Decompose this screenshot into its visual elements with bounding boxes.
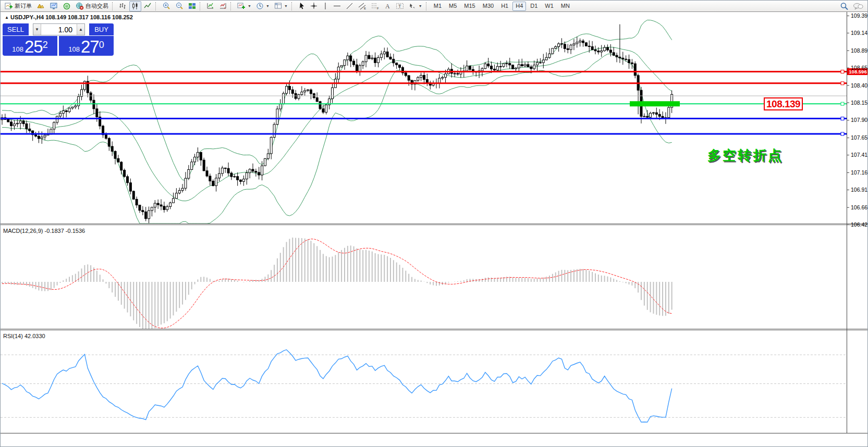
timeframe-button-H4[interactable]: H4 [512, 2, 526, 11]
svg-text:108.596: 108.596 [849, 69, 866, 74]
new-order-button[interactable]: 新订单 [3, 1, 34, 11]
cursor-tool-button[interactable] [296, 1, 308, 11]
volume-decrease-button[interactable]: ▼ [33, 24, 41, 35]
periods-button[interactable]: ▼ [254, 1, 272, 11]
hline-handle[interactable] [841, 102, 844, 105]
dropdown-caret: ▼ [248, 4, 251, 8]
price-tick-label: 106.915 [851, 187, 868, 193]
bollinger-lower [2, 54, 672, 223]
timeframe-button-M1[interactable]: M1 [431, 2, 445, 11]
price-tick-label: 108.155 [851, 100, 868, 106]
fibonacci-tool-button[interactable]: F [369, 1, 382, 11]
dropdown-caret: ▼ [266, 4, 270, 8]
line-chart-icon [144, 2, 152, 10]
buy-price[interactable]: 108270 [59, 36, 114, 56]
auto-trading-icon [76, 2, 84, 10]
crosshair-tool-button[interactable] [308, 1, 320, 11]
toolbar-separator [112, 2, 115, 10]
symbol-ohlc-text: USDJPY-,H4 108.149 108.317 108.116 108.2… [10, 14, 133, 20]
toolbar-separator [230, 2, 234, 10]
timeframe-group: M1M5M15M30H1H4D1W1MN [431, 2, 573, 11]
equidistant-channel-icon: E [358, 2, 366, 10]
auto-scroll-button[interactable] [217, 1, 229, 11]
buy-button[interactable]: BUY [89, 23, 114, 35]
buy-price-big: 27 [81, 39, 99, 55]
hline-handle[interactable] [841, 82, 844, 85]
market-watch-button[interactable] [47, 1, 60, 11]
text-label-icon: T [396, 2, 404, 10]
price-tick-label: 107.905 [851, 117, 868, 123]
macd-signal-line [2, 239, 672, 328]
candlestick-chart-button[interactable] [129, 1, 141, 11]
profiles-button[interactable] [34, 1, 47, 11]
volume-input[interactable]: 1.00 [41, 24, 77, 35]
toolbar-separator [155, 2, 158, 10]
timeframe-button-M15[interactable]: M15 [461, 2, 478, 11]
price-tick-label: 109.145 [851, 30, 868, 36]
hline-handle[interactable] [841, 70, 844, 73]
arrows-tool-button[interactable]: ▼ [407, 1, 424, 11]
bar-chart-button[interactable] [117, 1, 129, 11]
price-tick-label: 107.410 [851, 152, 868, 158]
arrows-icon [409, 2, 417, 10]
profiles-icon [36, 2, 45, 10]
trendline-tool-button[interactable] [344, 1, 356, 11]
toolbar-separator [200, 2, 203, 10]
auto-scroll-icon [219, 2, 227, 10]
bar-chart-icon [119, 2, 127, 10]
vertical-line-tool-button[interactable] [320, 1, 331, 11]
hline-handle[interactable] [841, 117, 844, 120]
signals-icon [63, 2, 71, 10]
dropdown-caret: ▼ [419, 4, 422, 8]
tile-windows-button[interactable] [186, 1, 198, 11]
timeframe-button-W1[interactable]: W1 [542, 2, 557, 11]
volume-spinner: ▼ 1.00 ▲ [33, 23, 85, 35]
highlight [630, 101, 680, 106]
chat-icon[interactable] [853, 2, 863, 10]
sell-button[interactable]: SELL [3, 23, 29, 35]
highlight-rectangle[interactable] [630, 101, 680, 106]
collapse-arrow-icon[interactable]: ▲ [5, 15, 9, 20]
zoom-out-button[interactable] [173, 1, 186, 11]
timeframe-button-H1[interactable]: H1 [498, 2, 511, 11]
add-indicator-button[interactable]: ▼ [235, 1, 253, 11]
sell-price-big: 25 [25, 39, 43, 55]
toolbar-right-group [840, 2, 866, 10]
hline-handle[interactable] [841, 132, 844, 135]
signals-button[interactable] [60, 1, 73, 11]
timeframe-button-MN[interactable]: MN [558, 2, 573, 11]
auto-trading-label: 自动交易 [85, 2, 108, 10]
search-icon[interactable] [840, 2, 849, 10]
macd-pane [2, 238, 672, 329]
line-chart-button[interactable] [142, 1, 154, 11]
rsi-label: RSI(14) 42.0330 [3, 333, 45, 339]
buy-price-sup: 0 [99, 41, 104, 48]
chart-shift-button[interactable] [204, 1, 216, 11]
horizontal-line-tool-button[interactable] [331, 1, 343, 11]
horizontal-line-icon [333, 2, 341, 10]
price-tick-label: 108.895 [851, 47, 868, 54]
auto-trading-button[interactable]: 自动交易 [74, 1, 111, 11]
sell-price[interactable]: 108252 [3, 36, 57, 56]
toolbar-separator [426, 2, 429, 10]
templates-button[interactable]: ▼ [272, 1, 290, 11]
zoom-out-icon [175, 2, 184, 10]
vertical-line-icon [322, 2, 328, 10]
zoom-in-button[interactable] [160, 1, 173, 11]
text-tool-button[interactable]: A [382, 1, 393, 11]
symbol-info: ▲ USDJPY-,H4 108.149 108.317 108.116 108… [5, 14, 133, 20]
volume-increase-button[interactable]: ▲ [77, 24, 84, 35]
channel-tool-button[interactable]: E [356, 1, 369, 11]
timeframe-button-M5[interactable]: M5 [446, 2, 460, 11]
timeframe-button-M30[interactable]: M30 [480, 2, 497, 11]
text-label-tool-button[interactable]: T [394, 1, 406, 11]
chart-window: 109.390109.145108.895108.650108.400108.1… [1, 12, 868, 447]
add-indicator-icon [237, 2, 246, 10]
svg-text:A: A [385, 3, 390, 10]
periods-clock-icon [256, 2, 264, 10]
rsi-pane [1, 350, 847, 422]
chart-surface[interactable]: 109.390109.145108.895108.650108.400108.1… [1, 12, 868, 447]
timeframe-button-D1[interactable]: D1 [527, 2, 541, 11]
sell-price-sup: 2 [43, 41, 48, 48]
price-callout-box: 108.139 [764, 97, 803, 110]
